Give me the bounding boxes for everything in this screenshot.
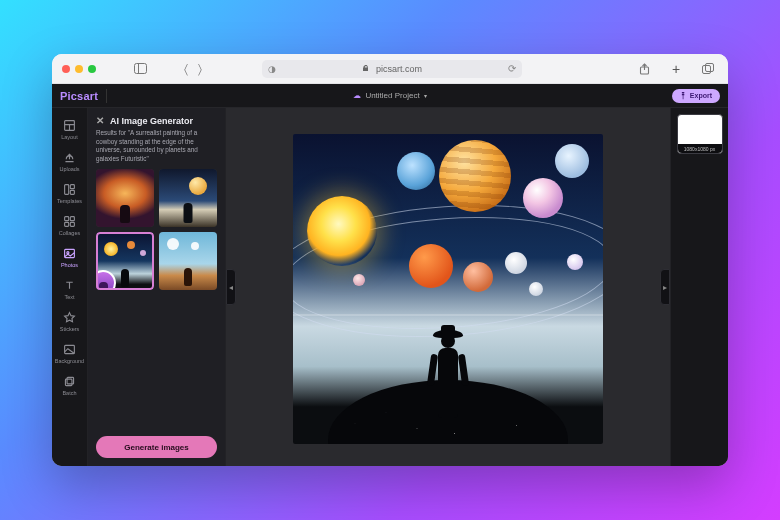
reload-icon[interactable]: ⟳ bbox=[508, 63, 516, 74]
browser-window: 〈 〉 ◑ 🔒︎ picsart.com ⟳ + Picsar bbox=[52, 54, 728, 466]
results-description: Results for "A surrealist painting of a … bbox=[88, 129, 225, 169]
rail-label: Text bbox=[64, 294, 74, 300]
cloud-icon: ☁ bbox=[353, 91, 361, 100]
left-tool-rail: Layout Uploads Templates Collages bbox=[52, 108, 88, 466]
background-icon bbox=[63, 342, 77, 356]
svg-rect-8 bbox=[65, 184, 69, 194]
rail-item-photos[interactable]: Photos bbox=[53, 242, 87, 272]
svg-rect-18 bbox=[65, 379, 72, 386]
rail-item-collages[interactable]: Collages bbox=[53, 210, 87, 240]
project-title[interactable]: ☁ Untitled Project ▾ bbox=[353, 91, 426, 100]
url-host: picsart.com bbox=[376, 64, 422, 74]
lock-icon: 🔒︎ bbox=[362, 64, 370, 73]
results-grid bbox=[88, 169, 225, 290]
rail-label: Stickers bbox=[60, 326, 80, 332]
templates-icon bbox=[63, 182, 77, 196]
svg-point-16 bbox=[67, 251, 69, 253]
cowboy-figure bbox=[424, 298, 472, 418]
export-button[interactable]: ⭱ Export bbox=[672, 89, 720, 103]
rail-label: Collages bbox=[59, 230, 80, 236]
new-tab-icon[interactable]: + bbox=[666, 59, 686, 79]
rail-item-text[interactable]: Text bbox=[53, 274, 87, 304]
tabs-overview-icon[interactable] bbox=[698, 59, 718, 79]
rail-label: Background bbox=[55, 358, 84, 364]
layout-icon bbox=[63, 118, 77, 132]
generated-image[interactable] bbox=[293, 134, 603, 444]
picsart-app: Picsart ☁ Untitled Project ▾ ⭱ Export La… bbox=[52, 84, 728, 466]
share-icon[interactable] bbox=[634, 59, 654, 79]
rail-label: Templates bbox=[57, 198, 82, 204]
svg-rect-9 bbox=[70, 184, 74, 188]
rail-item-uploads[interactable]: Uploads bbox=[53, 146, 87, 176]
canvas-area[interactable]: ◂ bbox=[226, 108, 670, 466]
result-thumb-3[interactable] bbox=[96, 232, 154, 290]
svg-rect-14 bbox=[70, 222, 74, 226]
text-icon bbox=[63, 278, 77, 292]
browser-chrome: 〈 〉 ◑ 🔒︎ picsart.com ⟳ + bbox=[52, 54, 728, 84]
rail-item-templates[interactable]: Templates bbox=[53, 178, 87, 208]
close-window-button[interactable] bbox=[62, 65, 70, 73]
uploads-icon bbox=[63, 150, 77, 164]
result-thumb-4[interactable] bbox=[159, 232, 217, 290]
rail-item-layout[interactable]: Layout bbox=[53, 114, 87, 144]
generate-images-button[interactable]: Generate images bbox=[96, 436, 217, 458]
forward-button[interactable]: 〉 bbox=[198, 62, 202, 76]
address-bar[interactable]: ◑ 🔒︎ picsart.com ⟳ bbox=[262, 60, 522, 78]
svg-rect-0 bbox=[134, 64, 146, 74]
back-button[interactable]: 〈 bbox=[184, 62, 188, 76]
page-thumbnail-1[interactable]: 1080x1080 px bbox=[677, 114, 723, 154]
rail-item-batch[interactable]: Batch bbox=[53, 370, 87, 400]
photos-icon bbox=[63, 246, 77, 260]
rail-item-background[interactable]: Background bbox=[53, 338, 87, 368]
ai-generator-panel: ✕ AI Image Generator Results for "A surr… bbox=[88, 108, 226, 466]
svg-rect-12 bbox=[70, 216, 74, 220]
svg-rect-4 bbox=[706, 64, 714, 72]
rail-label: Uploads bbox=[59, 166, 79, 172]
app-topbar: Picsart ☁ Untitled Project ▾ ⭱ Export bbox=[52, 84, 728, 108]
brand-logo[interactable]: Picsart bbox=[60, 90, 98, 102]
export-icon: ⭱ bbox=[680, 92, 687, 99]
svg-rect-19 bbox=[67, 377, 74, 384]
chevron-down-icon: ▾ bbox=[424, 92, 427, 99]
maximize-window-button[interactable] bbox=[88, 65, 96, 73]
svg-rect-3 bbox=[703, 66, 711, 74]
panel-collapse-left[interactable]: ◂ bbox=[226, 269, 236, 305]
nav-arrows: 〈 〉 bbox=[184, 62, 202, 76]
svg-rect-11 bbox=[65, 216, 69, 220]
rail-label: Batch bbox=[62, 390, 76, 396]
svg-rect-10 bbox=[70, 190, 74, 194]
project-name-label: Untitled Project bbox=[365, 91, 419, 100]
batch-icon bbox=[63, 374, 77, 388]
panel-title: AI Image Generator bbox=[110, 116, 193, 126]
privacy-shield-icon[interactable]: ◑ bbox=[268, 64, 276, 74]
export-label: Export bbox=[690, 92, 712, 99]
rail-item-stickers[interactable]: Stickers bbox=[53, 306, 87, 336]
user-avatar[interactable] bbox=[96, 270, 116, 290]
sidebar-toggle-icon[interactable] bbox=[130, 59, 150, 79]
page-dimensions-label: 1080x1080 px bbox=[678, 144, 722, 153]
svg-rect-13 bbox=[65, 222, 69, 226]
result-thumb-1[interactable] bbox=[96, 169, 154, 227]
result-thumb-2[interactable] bbox=[159, 169, 217, 227]
rail-label: Photos bbox=[61, 262, 78, 268]
rail-label: Layout bbox=[61, 134, 78, 140]
panel-collapse-right[interactable]: ▸ bbox=[660, 269, 670, 305]
window-controls bbox=[62, 65, 96, 73]
pages-rail: 1080x1080 px bbox=[670, 108, 728, 466]
minimize-window-button[interactable] bbox=[75, 65, 83, 73]
stickers-icon bbox=[63, 310, 77, 324]
close-panel-button[interactable]: ✕ bbox=[96, 115, 104, 126]
collages-icon bbox=[63, 214, 77, 228]
